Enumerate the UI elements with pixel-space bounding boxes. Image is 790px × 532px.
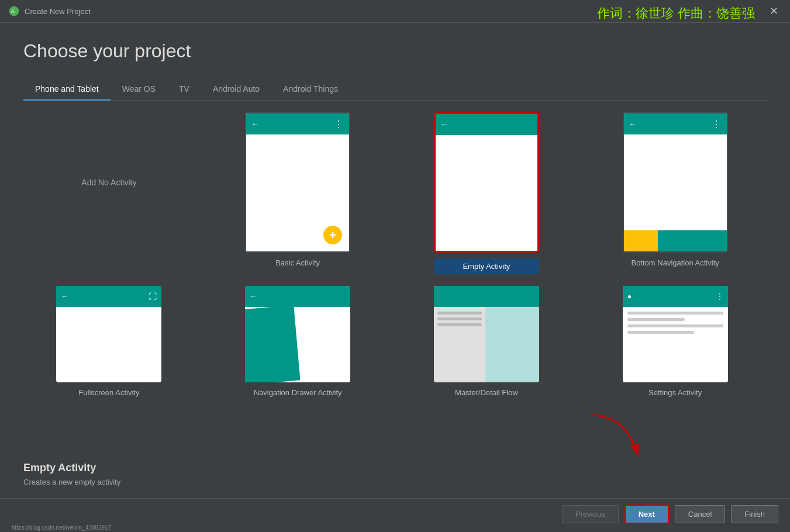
menu-dots-icon-bn: ⋮ bbox=[712, 119, 722, 130]
settings-line-4 bbox=[627, 331, 695, 334]
project-item-nav-drawer[interactable]: ← Navigation Drawer Activity bbox=[212, 286, 384, 397]
url-bar: https://blog.csdn.net/weixin_43883917 bbox=[0, 523, 790, 532]
dialog-title: Create New Project bbox=[25, 7, 91, 16]
master-detail-thumbnail bbox=[434, 286, 539, 382]
back-arrow-icon-bn: ← bbox=[629, 119, 637, 129]
svg-text:A: A bbox=[11, 8, 15, 14]
settings-line-2 bbox=[627, 318, 685, 321]
bottom-nav-thumbnail: ← ⋮ bbox=[623, 112, 728, 253]
nav-item-2 bbox=[658, 230, 692, 251]
close-button[interactable]: ✕ bbox=[766, 5, 782, 18]
tab-tv[interactable]: TV bbox=[167, 78, 201, 101]
mock-toolbar-bn: ← ⋮ bbox=[624, 113, 727, 134]
title-bar-left: A Create New Project bbox=[8, 5, 91, 17]
nav-item-1 bbox=[624, 230, 658, 251]
settings-line-3 bbox=[627, 324, 723, 327]
empty-activity-label: Empty Activity bbox=[434, 258, 539, 274]
empty-activity-mock: ← bbox=[436, 114, 537, 251]
tab-wear-os[interactable]: Wear OS bbox=[111, 78, 167, 101]
project-grid: Add No Activity ← ⋮ + bbox=[23, 112, 767, 397]
settings-menu-icon: ⋮ bbox=[716, 292, 723, 300]
fullscreen-thumbnail: ← ⛶ bbox=[56, 286, 161, 382]
description-area: Empty Activity Creates a new empty activ… bbox=[23, 452, 767, 492]
md-list bbox=[434, 307, 485, 382]
tab-phone-tablet[interactable]: Phone and Tablet bbox=[23, 78, 111, 101]
project-item-empty-activity[interactable]: ← Empty Activity bbox=[401, 112, 572, 274]
nav-drawer-mock: ← bbox=[245, 286, 350, 382]
settings-thumbnail: ● ⋮ bbox=[623, 286, 728, 382]
mock-body-bn bbox=[624, 134, 727, 230]
page-title: Choose your project bbox=[23, 40, 767, 62]
drawer-panel bbox=[245, 305, 300, 382]
android-icon: A bbox=[8, 5, 20, 17]
mock-bottom-nav bbox=[624, 230, 727, 251]
md-line-2 bbox=[437, 317, 482, 320]
previous-button[interactable]: Previous bbox=[562, 505, 619, 523]
fab-icon: + bbox=[323, 226, 342, 244]
project-item-basic-activity[interactable]: ← ⋮ + Basic Activity bbox=[212, 112, 384, 274]
fullscreen-mock: ← ⛶ bbox=[56, 286, 161, 382]
back-arrow-fullscreen: ← bbox=[61, 292, 68, 300]
title-bar: A Create New Project ✕ bbox=[0, 0, 790, 23]
settings-line-1 bbox=[627, 312, 723, 315]
next-button[interactable]: Next bbox=[625, 505, 669, 524]
mock-body-empty bbox=[436, 135, 537, 251]
project-item-settings[interactable]: ● ⋮ Settings Activity bbox=[589, 286, 761, 397]
description-text: Creates a new empty activity bbox=[23, 478, 767, 486]
md-toolbar bbox=[434, 286, 539, 307]
main-content: Choose your project Phone and Tablet Wea… bbox=[0, 23, 790, 498]
no-activity-thumbnail: Add No Activity bbox=[56, 112, 161, 253]
settings-body bbox=[623, 307, 728, 382]
basic-activity-mock: ← ⋮ + bbox=[246, 113, 349, 251]
project-item-bottom-nav[interactable]: ← ⋮ Bottom Navigation Activity bbox=[589, 112, 761, 274]
nav-drawer-thumbnail: ← bbox=[245, 286, 350, 382]
md-detail bbox=[485, 307, 539, 382]
back-arrow-icon-empty: ← bbox=[440, 120, 449, 129]
project-item-no-activity[interactable]: Add No Activity bbox=[23, 112, 195, 274]
md-line-1 bbox=[437, 312, 482, 315]
create-project-dialog: A Create New Project ✕ 作词：徐世珍 作曲：饶善强 Cho… bbox=[0, 0, 790, 532]
settings-toolbar: ● ⋮ bbox=[623, 286, 728, 307]
nav-item-3 bbox=[692, 230, 727, 251]
tab-bar: Phone and Tablet Wear OS TV Android Auto… bbox=[23, 78, 767, 101]
bottom-nav-mock: ← ⋮ bbox=[624, 113, 727, 251]
cancel-button[interactable]: Cancel bbox=[675, 505, 725, 523]
md-body bbox=[434, 307, 539, 382]
project-grid-area[interactable]: Add No Activity ← ⋮ + bbox=[23, 101, 767, 452]
menu-dots-icon: ⋮ bbox=[334, 119, 344, 130]
basic-activity-thumbnail: ← ⋮ + bbox=[245, 112, 350, 253]
drawer-body bbox=[245, 307, 350, 382]
empty-activity-thumbnail: ← bbox=[434, 112, 539, 253]
drawer-toolbar: ← bbox=[245, 286, 350, 307]
md-line-3 bbox=[437, 323, 482, 326]
fullscreen-toolbar: ← ⛶ bbox=[56, 286, 161, 307]
basic-activity-label: Basic Activity bbox=[275, 258, 320, 267]
description-title: Empty Activity bbox=[23, 462, 767, 474]
settings-back-icon: ● bbox=[627, 292, 632, 300]
mock-toolbar: ← ⋮ bbox=[246, 113, 349, 134]
mock-body: + bbox=[246, 134, 349, 251]
project-item-master-detail[interactable]: Master/Detail Flow bbox=[401, 286, 572, 397]
project-item-fullscreen[interactable]: ← ⛶ Fullscreen Activity bbox=[23, 286, 195, 397]
settings-label: Settings Activity bbox=[648, 388, 702, 397]
nav-drawer-label: Navigation Drawer Activity bbox=[254, 388, 342, 397]
fullscreen-body bbox=[56, 307, 161, 382]
back-arrow-icon: ← bbox=[251, 119, 259, 129]
back-arrow-drawer: ← bbox=[250, 292, 257, 300]
master-detail-label: Master/Detail Flow bbox=[455, 388, 518, 397]
bottom-nav-label: Bottom Navigation Activity bbox=[631, 258, 719, 267]
expand-icon: ⛶ bbox=[149, 292, 157, 301]
mock-toolbar-empty: ← bbox=[436, 114, 537, 135]
finish-button[interactable]: Finish bbox=[731, 505, 778, 523]
tab-android-auto[interactable]: Android Auto bbox=[201, 78, 271, 101]
tab-android-things[interactable]: Android Things bbox=[271, 78, 350, 101]
no-activity-label: Add No Activity bbox=[81, 178, 136, 187]
fullscreen-label: Fullscreen Activity bbox=[78, 388, 139, 397]
